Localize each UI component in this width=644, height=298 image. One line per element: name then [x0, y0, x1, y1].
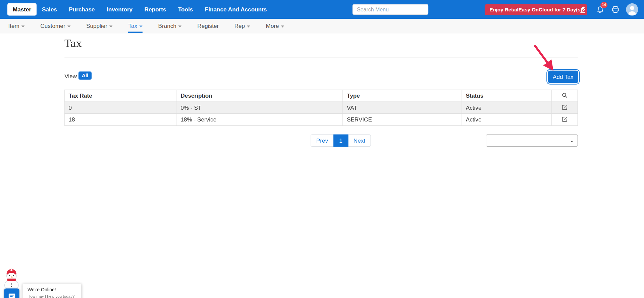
menu-finance-and-accounts[interactable]: Finance And Accounts	[205, 6, 267, 13]
promo-banner[interactable]: Enjoy RetailEasy OnCloud for 7 Day(s)	[485, 4, 587, 15]
title-divider	[64, 57, 578, 58]
chevron-down-icon	[109, 25, 113, 27]
top-navigation-bar: Master Sales Purchase Inventory Reports …	[0, 0, 644, 19]
chat-launcher-button[interactable]	[4, 289, 19, 298]
subnav-item-branch[interactable]: Branch	[158, 19, 182, 33]
pagination-prev-button[interactable]: Prev	[311, 134, 334, 147]
edit-row-button[interactable]	[551, 102, 578, 114]
menu-reports[interactable]: Reports	[145, 6, 166, 13]
cell-status: Active	[462, 102, 551, 114]
header-type: Type	[343, 90, 462, 102]
subnav-label: Supplier	[86, 22, 107, 29]
menu-purchase[interactable]: Purchase	[69, 6, 95, 13]
header-tax-rate: Tax Rate	[65, 90, 177, 102]
screenshot-viewport: Master Sales Purchase Inventory Reports …	[0, 0, 644, 298]
annotation-arrow	[532, 44, 558, 73]
table-row: 18 18% - Service SERVICE Active	[65, 114, 578, 126]
printer-icon[interactable]	[611, 5, 620, 14]
pagination-page-1-button[interactable]: 1	[333, 134, 348, 147]
header-status: Status	[462, 90, 551, 102]
page-title: Tax	[64, 38, 82, 49]
master-sub-navigation: Item Customer Supplier Tax Branch Regist…	[0, 19, 644, 33]
cell-tax-rate: 18	[65, 114, 177, 126]
pagination: Prev 1 Next	[311, 134, 371, 147]
edit-icon	[562, 116, 568, 122]
edit-icon	[562, 104, 568, 110]
subnav-item-customer[interactable]: Customer	[40, 19, 70, 33]
retail-easy-app: Master Sales Purchase Inventory Reports …	[0, 0, 644, 298]
menu-sales[interactable]: Sales	[42, 6, 57, 13]
subnav-label: Branch	[158, 22, 176, 29]
tab-master[interactable]: Master	[7, 3, 37, 16]
gavel-icon[interactable]	[579, 5, 588, 14]
page-size-select-wrap: ⌄	[486, 134, 578, 147]
chat-bubble-icon	[8, 292, 16, 298]
chevron-down-icon	[281, 25, 284, 27]
add-tax-button[interactable]: Add Tax	[548, 71, 578, 83]
chevron-down-icon	[139, 25, 143, 27]
chat-online-text: We're Online!	[28, 287, 77, 292]
notification-count-badge: 14	[600, 2, 607, 8]
subnav-label: Customer	[40, 22, 65, 29]
menu-inventory[interactable]: Inventory	[107, 6, 132, 13]
top-menu: Sales Purchase Inventory Reports Tools F…	[42, 0, 267, 19]
subnav-item-rep[interactable]: Rep	[234, 19, 250, 33]
chat-help-text: How may I help you today?	[28, 294, 77, 298]
notification-bell-icon[interactable]: 14	[596, 5, 605, 14]
chevron-down-icon	[67, 25, 71, 27]
table-search-toggle[interactable]	[551, 90, 578, 102]
header-description: Description	[177, 90, 343, 102]
pagination-next-button[interactable]: Next	[348, 134, 371, 147]
subnav-label: More	[266, 22, 279, 29]
chevron-down-icon	[21, 25, 25, 27]
cell-type: VAT	[343, 102, 462, 114]
cell-tax-rate: 0	[65, 102, 177, 114]
view-filter-all-badge[interactable]: All	[78, 71, 92, 80]
table-row: 0 0% - ST VAT Active	[65, 102, 578, 114]
cell-type: SERVICE	[343, 114, 462, 126]
subnav-label: Register	[197, 22, 219, 29]
subnav-item-tax[interactable]: Tax	[128, 19, 143, 33]
subnav-item-register[interactable]: Register	[197, 19, 219, 33]
chevron-down-icon	[178, 25, 182, 27]
subnav-item-more[interactable]: More	[266, 19, 284, 33]
cell-status: Active	[462, 114, 551, 126]
tax-table: Tax Rate Description Type Status 0 0% - …	[64, 90, 578, 126]
menu-tools[interactable]: Tools	[178, 6, 193, 13]
page-size-select[interactable]	[486, 134, 578, 147]
subnav-item-supplier[interactable]: Supplier	[86, 19, 113, 33]
table-header-row: Tax Rate Description Type Status	[65, 90, 578, 102]
cell-description: 18% - Service	[177, 114, 343, 126]
subnav-label: Item	[8, 22, 19, 29]
search-icon	[562, 92, 568, 98]
view-label: View	[64, 73, 77, 80]
chevron-down-icon	[247, 25, 250, 27]
chat-status-card[interactable]: We're Online! How may I help you today?	[22, 284, 81, 298]
subnav-label: Rep	[234, 22, 245, 29]
subnav-item-item[interactable]: Item	[8, 19, 24, 33]
user-avatar[interactable]	[626, 3, 638, 16]
cell-description: 0% - ST	[177, 102, 343, 114]
subnav-label: Tax	[128, 22, 137, 29]
edit-row-button[interactable]	[551, 114, 578, 126]
search-input[interactable]	[353, 4, 429, 15]
